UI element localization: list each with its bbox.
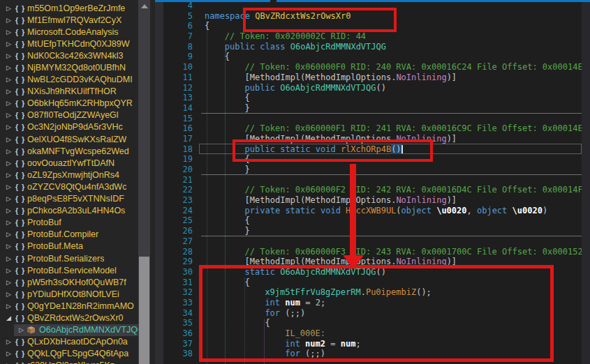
expander-icon[interactable]: ▷ xyxy=(4,5,13,12)
tree-item[interactable]: ▷ { } ProtoBuf.Serializers xyxy=(0,252,138,264)
expander-icon[interactable]: ▷ xyxy=(4,88,13,95)
expander-icon[interactable]: ▷ xyxy=(4,303,13,310)
code-line[interactable]: 32 x9jm5tFfrVu8gZperRM.Pu0ipembiZ(); xyxy=(155,287,590,298)
code-lines[interactable]: 4 5 namespace QBvZRdcxtWs2rOwsXr0 6 { 7 … xyxy=(155,1,590,359)
tree-item[interactable]: ▷ { } pChkoc8A2b3uL4HN4Os xyxy=(0,205,138,217)
tree-item[interactable]: ▷ { } Oc3N2joNbP9dA5r3VHc xyxy=(0,121,138,133)
expander-icon[interactable]: ▷ xyxy=(4,207,13,214)
expander-icon[interactable]: ▷ xyxy=(4,279,13,286)
code-line[interactable]: 20 } xyxy=(155,165,590,175)
tree-item[interactable]: ▷ { } Mf1Efmwl7RQVavf2CyX xyxy=(0,14,138,26)
tree-item[interactable]: ▷ { } ProtoBuf.Meta xyxy=(0,241,138,252)
code-line[interactable]: 35 { xyxy=(155,318,590,328)
tree-item[interactable]: ▷ { } oZYZCV8QtQu4nfA3dWc xyxy=(0,181,138,192)
expander-icon[interactable]: ▷ xyxy=(4,112,13,119)
code-line[interactable]: 21 xyxy=(155,175,590,185)
code-line[interactable]: 22 // Token: 0x060000F2 RID: 242 RVA: 0x… xyxy=(155,185,590,195)
expander-icon[interactable]: ▷ xyxy=(4,17,13,24)
scrollbar-up-icon[interactable] xyxy=(141,4,148,8)
code-line[interactable]: 18 public static void rlXchORp4B() xyxy=(155,144,590,155)
code-line[interactable]: 26 } xyxy=(155,226,590,236)
code-line[interactable]: 4 xyxy=(155,1,590,11)
tree-item[interactable]: ▷ { } oovOouaztlYwfTtDAfN xyxy=(0,157,138,169)
expander-icon[interactable]: ▷ xyxy=(4,64,13,71)
expander-icon[interactable]: ▷ xyxy=(4,172,13,179)
expander-icon[interactable]: ▷ xyxy=(4,160,13,167)
expander-icon[interactable]: ▷ xyxy=(4,100,13,107)
code-line[interactable]: 13 { xyxy=(155,93,590,103)
expander-icon[interactable]: ◢ xyxy=(4,314,13,321)
tree-item[interactable]: ▷ { } MtUEfpTKHCdnQ0XJ89W xyxy=(0,38,138,50)
tree-item[interactable]: ▷ { } ProtoBuf xyxy=(0,217,138,229)
tree-item[interactable]: ▷ { } pYDiuDHfXOt8NOfLVEi xyxy=(0,288,138,300)
tree-item[interactable]: ▷ { } O6bkHq65mK2RHbpxQYR xyxy=(0,98,138,109)
code-line[interactable]: 30 static O6oAbjcRdMMNXdVTJQG() xyxy=(155,267,590,278)
tree-item[interactable]: ▷ { } Q0gYDe1N28nR2immAMO xyxy=(0,300,138,312)
code-line[interactable]: 25 { xyxy=(155,215,590,226)
code-line[interactable]: 14 } xyxy=(155,103,590,114)
code-line[interactable]: 27 xyxy=(155,236,590,247)
expander-icon[interactable]: ▷ xyxy=(4,40,13,47)
tree-item[interactable]: ▷ { } O87fI0TeOdjZZWAyeGl xyxy=(0,109,138,121)
expander-icon[interactable]: ▷ xyxy=(4,338,13,345)
tree-item[interactable]: ▷ { } NdK0Ck3c426x3WN4kl3 xyxy=(0,50,138,61)
code-line[interactable]: 28 // Token: 0x060000F3 RID: 243 RVA: 0x… xyxy=(155,247,590,257)
expander-icon[interactable]: ▷ xyxy=(4,255,13,262)
code-line[interactable]: 17 [MethodImpl(MethodImplOptions.NoInlin… xyxy=(155,134,590,144)
tree-item[interactable]: ▷ { } NwBL2cGDD3vKAQhuDMI xyxy=(0,74,138,86)
tree-item[interactable]: ▷ { } p8eqPsE8F5vXTNNsIDF xyxy=(0,193,138,205)
code-line[interactable]: 5 namespace QBvZRdcxtWs2rOwsXr0 xyxy=(155,11,590,22)
code-line[interactable]: 7 // Token: 0x0200002C RID: 44 xyxy=(155,31,590,42)
expander-icon[interactable]: ▷ xyxy=(4,136,13,143)
tree-item[interactable]: ▷ { } oZL9ZpsXmwjhtjOnRs4 xyxy=(0,169,138,181)
tree-item[interactable]: ◢ { } QBvZRdcxtWs2rOwsXr0 xyxy=(0,312,138,324)
tree-item[interactable]: ▷ { } OelXUO4f8SwKXsRalZW xyxy=(0,133,138,145)
tree-item[interactable]: ▷ { } ProtoBuf.ServiceModel xyxy=(0,264,138,276)
code-line[interactable]: 33 int num = 2; xyxy=(155,298,590,308)
expander-icon[interactable]: ▷ xyxy=(4,219,13,226)
expander-icon[interactable]: ▷ xyxy=(17,326,26,333)
code-line[interactable]: 29 [MethodImpl(MethodImplOptions.NoInlin… xyxy=(155,257,590,267)
expander-icon[interactable]: ▷ xyxy=(4,52,13,59)
expander-icon[interactable]: ▷ xyxy=(4,231,13,238)
code-line[interactable]: 10 // Token: 0x060000F0 RID: 240 RVA: 0x… xyxy=(155,62,590,73)
panel-splitter[interactable] xyxy=(150,0,155,364)
tree-item[interactable]: ▷ { } QLxDXbHcaotDCApOn0a xyxy=(0,336,138,348)
code-line[interactable]: 6 { xyxy=(155,21,590,31)
expander-icon[interactable]: ▷ xyxy=(4,76,13,83)
expander-icon[interactable]: ▷ xyxy=(4,291,13,298)
code-line[interactable]: 15 xyxy=(155,114,590,124)
code-line[interactable]: 24 private static void HMccXWB9UL(object… xyxy=(155,206,590,216)
tree-item[interactable]: ▷ { } QQkLQgFLSpgG4Q6tApa xyxy=(0,348,138,360)
tree-item[interactable]: ▷ { } pW5rh3sOKHof0QuWB7f xyxy=(0,276,138,288)
namespace-tree[interactable]: ▷ { } m55Om1Op9erBeZrJmfe ▷ { } Mf1Efmwl… xyxy=(0,0,138,364)
expander-icon[interactable]: ▷ xyxy=(4,29,13,36)
code-line[interactable]: 37 int num2 = num; xyxy=(155,339,590,349)
code-line[interactable]: 16 // Token: 0x060000F1 RID: 241 RVA: 0x… xyxy=(155,123,590,134)
tree-scrollbar-thumb[interactable] xyxy=(139,257,149,364)
code-line[interactable]: 34 for (;;) xyxy=(155,308,590,319)
code-line[interactable]: 36 IL_000E: xyxy=(155,328,590,339)
expander-icon[interactable]: ▷ xyxy=(4,183,13,190)
code-line[interactable]: 11 [MethodImpl(MethodImplOptions.NoInlin… xyxy=(155,73,590,83)
expander-icon[interactable]: ▷ xyxy=(4,195,13,202)
tree-item[interactable]: ▷ { } NjBMYM32Qd8ot0UBfhN xyxy=(0,61,138,73)
expander-icon[interactable]: ▷ xyxy=(4,148,13,155)
tree-item[interactable]: ▷ { } okaMNFTvgWcspe62Wed xyxy=(0,145,138,157)
code-line[interactable]: 31 { xyxy=(155,278,590,288)
tree-item[interactable]: ▷ { } m55Om1Op9erBeZrJmfe xyxy=(0,2,138,14)
tree-item[interactable]: ▷ { } O6oAbjcRdMMNXdVTJQG xyxy=(0,324,138,336)
code-line[interactable]: 9 { xyxy=(155,52,590,62)
expander-icon[interactable]: ▷ xyxy=(4,267,13,274)
code-line[interactable]: 19 { xyxy=(155,154,590,165)
tree-item[interactable]: ▷ { } ProtoBuf.Compiler xyxy=(0,229,138,241)
editor-scrollbar[interactable] xyxy=(582,0,590,364)
code-line[interactable]: 8 public class O6oAbjcRdMMNXdVTJQG xyxy=(155,42,590,52)
expander-icon[interactable]: ▷ xyxy=(4,350,13,357)
tree-item[interactable]: ▷ { } r620UzQl0szYkvrc5Kz xyxy=(0,360,138,364)
code-line[interactable]: 23 [MethodImpl(MethodImplOptions.NoInlin… xyxy=(155,195,590,206)
code-editor[interactable]: 4 5 namespace QBvZRdcxtWs2rOwsXr0 6 { 7 … xyxy=(155,0,590,364)
tree-item[interactable]: ▷ { } NXisJh9hRKUilfTfHOR xyxy=(0,86,138,98)
code-line[interactable]: 12 public O6oAbjcRdMMNXdVTJQG() xyxy=(155,83,590,93)
tree-item[interactable]: ▷ { } Microsoft.CodeAnalysis xyxy=(0,26,138,38)
